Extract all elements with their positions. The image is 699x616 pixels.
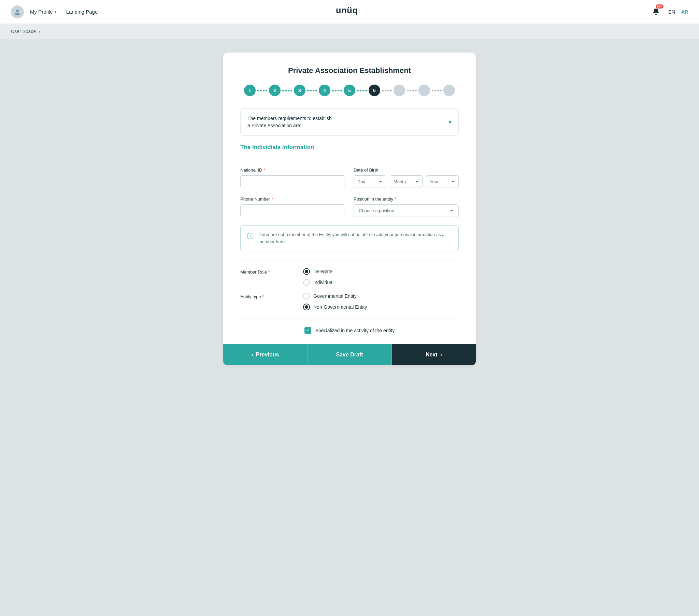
svg-text:unüq: unüq — [336, 5, 358, 15]
phone-label: Phone Number * — [240, 197, 345, 202]
required-asterisk: * — [395, 197, 396, 202]
delegate-option[interactable]: Delegate — [303, 268, 333, 275]
divider-top — [240, 159, 459, 159]
step-8[interactable] — [419, 84, 430, 96]
step-6[interactable]: 6 — [369, 84, 380, 96]
entity-type-row: Entity type * Governmental Entity Non-Go… — [240, 293, 459, 310]
step-7[interactable] — [394, 84, 405, 96]
member-role-label: Member Role * — [240, 268, 295, 274]
svg-point-0 — [16, 10, 19, 12]
dob-label: Date of Birth — [354, 168, 459, 173]
governmental-radio[interactable] — [303, 293, 310, 299]
national-id-input[interactable] — [240, 175, 345, 188]
step-3[interactable]: 3 — [294, 84, 305, 96]
governmental-label: Governmental Entity — [313, 293, 357, 299]
specialized-checkbox[interactable]: ✓ — [304, 327, 311, 334]
non-governmental-radio[interactable] — [303, 304, 310, 310]
lang-ar-button[interactable]: AR — [681, 9, 688, 15]
next-button[interactable]: Next › — [392, 344, 476, 365]
logo: unüq — [336, 4, 363, 20]
step-dots-7-8 — [405, 90, 419, 91]
individual-radio[interactable] — [303, 279, 310, 286]
breadcrumb: User Space › — [0, 24, 699, 39]
step-dots-1-2 — [256, 90, 269, 91]
step-1[interactable]: 1 — [244, 84, 256, 96]
governmental-option[interactable]: Governmental Entity — [303, 293, 367, 299]
required-asterisk: * — [271, 197, 273, 202]
stepper: 1 2 3 4 5 6 — [240, 84, 459, 96]
dob-group: Date of Birth Day Month Year — [354, 168, 459, 188]
year-select[interactable]: Year — [426, 175, 459, 188]
step-4[interactable]: 4 — [319, 84, 330, 96]
dob-selects: Day Month Year — [354, 175, 459, 188]
individual-label: Individual — [313, 280, 333, 285]
header-left: My Profile ▾ Landing Page › — [11, 5, 101, 18]
individuals-section-title: The Individials Information — [240, 144, 459, 151]
header: My Profile ▾ Landing Page › unüq 99+ EN … — [0, 0, 699, 24]
landing-page-label: Landing Page — [66, 9, 98, 15]
entity-type-label: Entity type * — [240, 293, 295, 299]
svg-point-1 — [15, 13, 20, 15]
info-box: ⓘ If you are not a member of the Entity,… — [240, 226, 459, 251]
position-select[interactable]: Choose a position — [354, 204, 459, 217]
national-id-label: National ID * — [240, 168, 345, 173]
step-dots-2-3 — [280, 90, 294, 91]
footer-bar: ‹ Previous Save Draft Next › — [223, 344, 476, 365]
form-card: Private Association Establishment 1 2 3 … — [223, 53, 476, 365]
chevron-down-icon: ▾ — [55, 10, 57, 14]
step-dots-3-4 — [305, 90, 319, 91]
phone-group: Phone Number * — [240, 197, 345, 217]
info-icon: ⓘ — [247, 231, 254, 241]
step-9[interactable] — [443, 84, 455, 96]
landing-page-button[interactable]: Landing Page › — [66, 9, 101, 15]
header-right: 99+ EN AR — [650, 6, 688, 18]
month-select[interactable]: Month — [390, 175, 423, 188]
previous-button[interactable]: ‹ Previous — [223, 344, 307, 365]
step-dots-8-9 — [430, 90, 443, 91]
save-draft-button[interactable]: Save Draft — [307, 344, 392, 365]
chevron-down-icon: ▾ — [448, 118, 451, 126]
delegate-label: Delegate — [313, 269, 332, 274]
avatar — [11, 5, 24, 18]
page-title: Private Association Establishment — [240, 66, 459, 75]
info-text: If you are not a member of the Entity, y… — [259, 231, 452, 245]
form-row-1: National ID * Date of Birth Day Month Ye… — [240, 168, 459, 188]
section-toggle-text: The members requirements to establish a … — [248, 115, 332, 129]
delegate-radio[interactable] — [303, 268, 310, 275]
main-content: Private Association Establishment 1 2 3 … — [0, 39, 699, 379]
entity-type-options: Governmental Entity Non-Governmental Ent… — [303, 293, 367, 310]
step-dots-6-7 — [380, 90, 394, 91]
specialized-checkbox-row: ✓ Specialized in the activity of the ent… — [240, 327, 459, 334]
step-5[interactable]: 5 — [344, 84, 355, 96]
divider-bot — [240, 319, 459, 319]
national-id-group: National ID * — [240, 168, 345, 188]
my-profile-button[interactable]: My Profile ▾ — [30, 9, 57, 15]
member-role-options: Delegate Individual — [303, 268, 333, 286]
step-dots-5-6 — [355, 90, 369, 91]
required-asterisk: * — [263, 168, 265, 173]
specialized-label: Specialized in the activity of the entit… — [315, 328, 395, 333]
right-arrow-icon: › — [440, 352, 442, 358]
left-arrow-icon: ‹ — [252, 352, 253, 358]
notification-badge: 99+ — [656, 4, 663, 9]
notification-button[interactable]: 99+ — [650, 6, 662, 18]
lang-en-button[interactable]: EN — [668, 9, 675, 15]
form-row-2: Phone Number * Position in the entity * … — [240, 197, 459, 217]
breadcrumb-user-space[interactable]: User Space — [11, 29, 36, 34]
position-group: Position in the entity * Choose a positi… — [354, 197, 459, 217]
my-profile-label: My Profile — [30, 9, 53, 15]
non-governmental-option[interactable]: Non-Governmental Entity — [303, 304, 367, 310]
member-role-row: Member Role * Delegate Individual — [240, 268, 459, 286]
chevron-right-icon: › — [99, 10, 101, 14]
checkmark-icon: ✓ — [306, 328, 309, 333]
breadcrumb-separator: › — [39, 29, 40, 34]
phone-input[interactable] — [240, 204, 345, 217]
svg-point-3 — [655, 14, 657, 15]
day-select[interactable]: Day — [354, 175, 386, 188]
section-toggle[interactable]: The members requirements to establish a … — [240, 108, 459, 136]
position-label: Position in the entity * — [354, 197, 459, 202]
non-governmental-label: Non-Governmental Entity — [313, 304, 367, 310]
step-2[interactable]: 2 — [269, 84, 280, 96]
individual-option[interactable]: Individual — [303, 279, 333, 286]
divider-mid — [240, 259, 459, 260]
